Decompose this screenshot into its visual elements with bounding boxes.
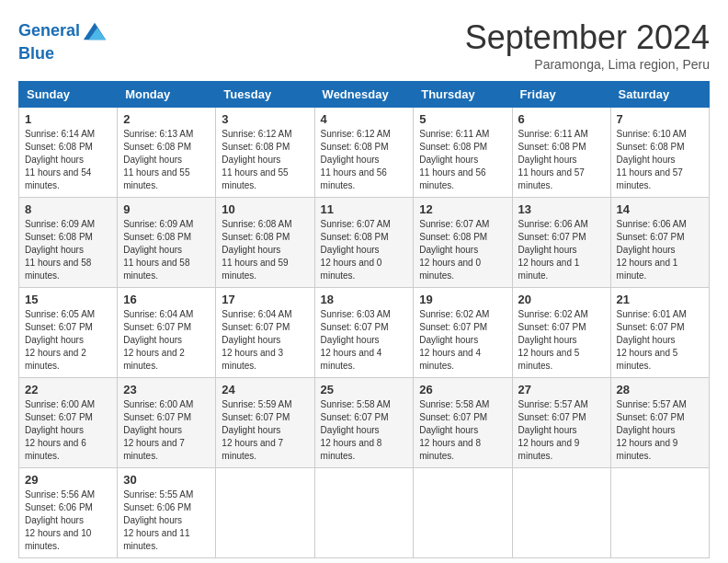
location-subtitle: Paramonga, Lima region, Peru — [465, 57, 710, 72]
table-row: 25 Sunrise: 5:58 AMSunset: 6:07 PMDaylig… — [314, 378, 414, 468]
table-row: 26 Sunrise: 5:58 AMSunset: 6:07 PMDaylig… — [414, 378, 512, 468]
day-info: Sunrise: 5:58 AMSunset: 6:07 PMDaylight … — [419, 398, 506, 463]
day-info: Sunrise: 5:58 AMSunset: 6:07 PMDaylight … — [321, 398, 408, 463]
table-row — [414, 468, 512, 558]
day-info: Sunrise: 6:09 AMSunset: 6:08 PMDaylight … — [25, 218, 111, 282]
table-row — [216, 468, 314, 558]
day-info: Sunrise: 6:14 AMSunset: 6:08 PMDaylight … — [25, 128, 111, 192]
header-saturday: Saturday — [610, 82, 709, 108]
table-row — [512, 468, 610, 558]
title-block: September 2024 Paramonga, Lima region, P… — [465, 18, 710, 72]
table-row: 2 Sunrise: 6:13 AMSunset: 6:08 PMDayligh… — [118, 108, 216, 198]
table-row: 1 Sunrise: 6:14 AMSunset: 6:08 PMDayligh… — [19, 108, 118, 198]
day-info: Sunrise: 5:57 AMSunset: 6:07 PMDaylight … — [617, 398, 703, 463]
table-row: 22 Sunrise: 6:00 AMSunset: 6:07 PMDaylig… — [19, 378, 118, 468]
day-number: 10 — [222, 202, 308, 216]
day-number: 24 — [222, 383, 308, 396]
table-row: 8 Sunrise: 6:09 AMSunset: 6:08 PMDayligh… — [19, 198, 118, 288]
calendar-week-4: 22 Sunrise: 6:00 AMSunset: 6:07 PMDaylig… — [19, 378, 710, 468]
day-number: 15 — [25, 293, 111, 306]
day-number: 7 — [617, 112, 703, 126]
day-number: 14 — [617, 202, 703, 216]
month-title: September 2024 — [465, 18, 710, 57]
day-number: 9 — [123, 202, 210, 216]
logo-text: General — [18, 18, 108, 44]
day-number: 28 — [617, 383, 703, 396]
calendar-week-3: 15 Sunrise: 6:05 AMSunset: 6:07 PMDaylig… — [19, 288, 710, 378]
day-number: 20 — [518, 293, 605, 306]
table-row: 11 Sunrise: 6:07 AMSunset: 6:08 PMDaylig… — [314, 198, 414, 288]
table-row: 20 Sunrise: 6:02 AMSunset: 6:07 PMDaylig… — [512, 288, 610, 378]
calendar-week-1: 1 Sunrise: 6:14 AMSunset: 6:08 PMDayligh… — [19, 108, 710, 198]
day-info: Sunrise: 6:13 AMSunset: 6:08 PMDaylight … — [123, 128, 210, 192]
header-friday: Friday — [512, 82, 610, 108]
day-info: Sunrise: 6:07 AMSunset: 6:08 PMDaylight … — [419, 218, 506, 282]
header-thursday: Thursday — [414, 82, 512, 108]
day-info: Sunrise: 6:03 AMSunset: 6:07 PMDaylight … — [321, 308, 408, 373]
table-row — [610, 468, 709, 558]
day-info: Sunrise: 6:05 AMSunset: 6:07 PMDaylight … — [25, 308, 111, 373]
logo-blue-text: Blue — [18, 44, 108, 64]
table-row: 16 Sunrise: 6:04 AMSunset: 6:07 PMDaylig… — [118, 288, 216, 378]
header-tuesday: Tuesday — [216, 82, 314, 108]
table-row: 30 Sunrise: 5:55 AMSunset: 6:06 PMDaylig… — [118, 468, 216, 558]
table-row: 4 Sunrise: 6:12 AMSunset: 6:08 PMDayligh… — [314, 108, 414, 198]
day-info: Sunrise: 6:00 AMSunset: 6:07 PMDaylight … — [123, 398, 210, 463]
day-number: 6 — [518, 112, 605, 126]
day-info: Sunrise: 5:59 AMSunset: 6:07 PMDaylight … — [222, 398, 308, 463]
table-row: 27 Sunrise: 5:57 AMSunset: 6:07 PMDaylig… — [512, 378, 610, 468]
day-number: 8 — [25, 202, 111, 216]
day-number: 2 — [123, 112, 210, 126]
day-info: Sunrise: 5:56 AMSunset: 6:06 PMDaylight … — [25, 488, 111, 553]
day-info: Sunrise: 6:09 AMSunset: 6:08 PMDaylight … — [123, 218, 210, 282]
day-info: Sunrise: 6:12 AMSunset: 6:08 PMDaylight … — [321, 128, 408, 192]
table-row: 12 Sunrise: 6:07 AMSunset: 6:08 PMDaylig… — [414, 198, 512, 288]
day-info: Sunrise: 6:02 AMSunset: 6:07 PMDaylight … — [419, 308, 506, 373]
header-sunday: Sunday — [19, 82, 118, 108]
calendar-header-row: Sunday Monday Tuesday Wednesday Thursday… — [19, 82, 710, 108]
day-info: Sunrise: 6:04 AMSunset: 6:07 PMDaylight … — [222, 308, 308, 373]
table-row: 7 Sunrise: 6:10 AMSunset: 6:08 PMDayligh… — [610, 108, 709, 198]
table-row: 23 Sunrise: 6:00 AMSunset: 6:07 PMDaylig… — [118, 378, 216, 468]
day-info: Sunrise: 6:02 AMSunset: 6:07 PMDaylight … — [518, 308, 605, 373]
day-number: 26 — [419, 383, 506, 396]
day-number: 25 — [321, 383, 408, 396]
table-row — [314, 468, 414, 558]
day-number: 18 — [321, 293, 408, 306]
day-number: 4 — [321, 112, 408, 126]
table-row: 18 Sunrise: 6:03 AMSunset: 6:07 PMDaylig… — [314, 288, 414, 378]
table-row: 17 Sunrise: 6:04 AMSunset: 6:07 PMDaylig… — [216, 288, 314, 378]
calendar-week-5: 29 Sunrise: 5:56 AMSunset: 6:06 PMDaylig… — [19, 468, 710, 558]
day-number: 3 — [222, 112, 308, 126]
day-info: Sunrise: 6:01 AMSunset: 6:07 PMDaylight … — [617, 308, 703, 373]
day-number: 27 — [518, 383, 605, 396]
day-number: 21 — [617, 293, 703, 306]
day-number: 17 — [222, 293, 308, 306]
day-info: Sunrise: 5:57 AMSunset: 6:07 PMDaylight … — [518, 398, 605, 463]
table-row: 28 Sunrise: 5:57 AMSunset: 6:07 PMDaylig… — [610, 378, 709, 468]
day-number: 23 — [123, 383, 210, 396]
logo-icon — [82, 18, 108, 44]
calendar-week-2: 8 Sunrise: 6:09 AMSunset: 6:08 PMDayligh… — [19, 198, 710, 288]
table-row: 13 Sunrise: 6:06 AMSunset: 6:07 PMDaylig… — [512, 198, 610, 288]
day-info: Sunrise: 6:11 AMSunset: 6:08 PMDaylight … — [518, 128, 605, 192]
day-info: Sunrise: 6:10 AMSunset: 6:08 PMDaylight … — [617, 128, 703, 192]
day-number: 11 — [321, 202, 408, 216]
header-monday: Monday — [118, 82, 216, 108]
day-info: Sunrise: 5:55 AMSunset: 6:06 PMDaylight … — [123, 488, 210, 553]
calendar-table: Sunday Monday Tuesday Wednesday Thursday… — [18, 81, 710, 558]
day-number: 1 — [25, 112, 111, 126]
day-info: Sunrise: 6:08 AMSunset: 6:08 PMDaylight … — [222, 218, 308, 282]
table-row: 9 Sunrise: 6:09 AMSunset: 6:08 PMDayligh… — [118, 198, 216, 288]
header-wednesday: Wednesday — [314, 82, 414, 108]
day-number: 29 — [25, 473, 111, 487]
day-info: Sunrise: 6:11 AMSunset: 6:08 PMDaylight … — [419, 128, 506, 192]
day-number: 22 — [25, 383, 111, 396]
logo: General Blue — [18, 18, 108, 64]
day-info: Sunrise: 6:04 AMSunset: 6:07 PMDaylight … — [123, 308, 210, 373]
day-info: Sunrise: 6:07 AMSunset: 6:08 PMDaylight … — [321, 218, 408, 282]
table-row: 24 Sunrise: 5:59 AMSunset: 6:07 PMDaylig… — [216, 378, 314, 468]
table-row: 6 Sunrise: 6:11 AMSunset: 6:08 PMDayligh… — [512, 108, 610, 198]
table-row: 21 Sunrise: 6:01 AMSunset: 6:07 PMDaylig… — [610, 288, 709, 378]
day-number: 16 — [123, 293, 210, 306]
